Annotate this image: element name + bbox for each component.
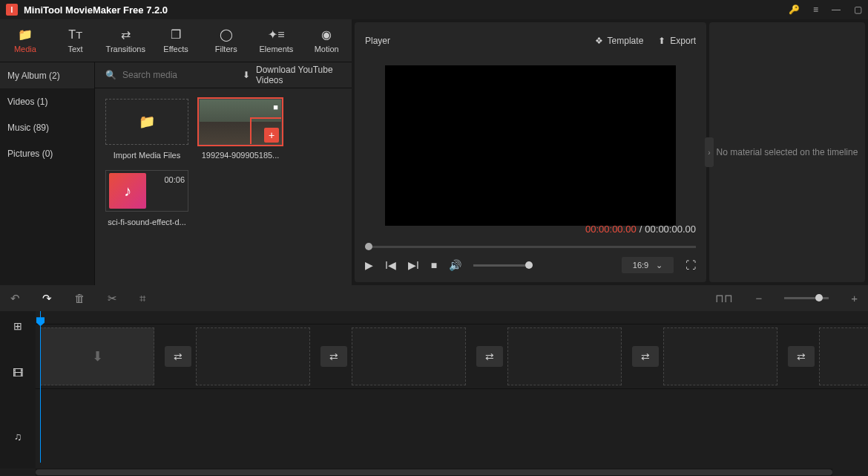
media-library-panel: 📁Media TᴛText ⇄Transitions ❐Effects ◯Fil… [0,19,352,285]
download-youtube-link[interactable]: ⬇ Download YouTube Videos [243,65,341,85]
time-total: 00:00:00.00 [645,224,696,235]
audio-track[interactable] [36,388,868,440]
audio-track-icon: ♫ [0,405,36,469]
tab-media[interactable]: 📁Media [0,19,50,62]
time-current: 00:00:00.00 [585,224,637,235]
tab-label: Filters [215,45,237,53]
media-item-label: 199294-909905185... [202,151,280,160]
fullscreen-icon[interactable]: ⛶ [685,259,696,271]
timeline-horizontal-scrollbar[interactable] [36,469,832,476]
zoom-out-button[interactable]: − [755,292,762,304]
maximize-icon[interactable]: ▢ [854,4,862,15]
tab-label: Effects [163,45,188,53]
tab-text[interactable]: TᴛText [50,19,101,62]
next-frame-button[interactable]: ▶I [408,259,419,271]
clip-slot[interactable] [196,327,310,385]
clip-slot[interactable] [507,327,622,385]
sidebar-item-music[interactable]: Music (89) [0,114,94,140]
minimize-icon[interactable]: — [832,4,841,15]
media-item-label: sci-fi-sound-effect-d... [108,218,186,226]
search-icon: 🔍 [105,70,116,80]
inspector-empty-message: No material selected on the timeline [711,147,864,157]
volume-slider[interactable] [473,264,533,267]
timeline-tracks[interactable]: ⬇ ⇄ ⇄ ⇄ ⇄ ⇄ [36,311,868,469]
inspector-panel: › No material selected on the timeline [709,22,865,282]
drop-here-icon: ⬇ [92,348,103,365]
export-icon: ⬆ [658,36,665,46]
clip-slot[interactable] [352,327,466,385]
tab-label: Media [14,45,36,53]
media-item-video[interactable]: ■ + 199294-909905185... [199,99,282,160]
template-icon: ❖ [595,36,603,46]
clip-slot[interactable] [663,327,777,385]
transitions-icon: ⇄ [121,27,131,42]
tab-elements[interactable]: ✦≡Elements [251,19,302,62]
add-track-button[interactable]: ⊞ [0,311,36,341]
transition-slot[interactable]: ⇄ [320,346,347,367]
add-to-timeline-button[interactable]: + [264,128,279,143]
tab-motion[interactable]: ◉Motion [301,19,352,62]
aspect-ratio-select[interactable]: 16:9⌄ [622,257,674,273]
tab-label: Transitions [106,45,145,53]
undo-button[interactable]: ↶ [10,292,20,305]
transition-slot[interactable]: ⇄ [632,346,659,367]
preview-viewport [365,53,696,237]
sidebar-item-videos[interactable]: Videos (1) [0,88,94,114]
time-separator: / [640,224,642,235]
export-button[interactable]: ⬆Export [658,36,696,46]
media-toolbar: 🔍 ⬇ Download YouTube Videos [95,62,352,88]
delete-button[interactable]: 🗑 [74,292,85,304]
video-track-icon: 🎞 [0,341,36,405]
zoom-slider[interactable] [784,297,829,299]
elements-icon: ✦≡ [268,27,284,42]
timeline-panel: ↶ ↷ 🗑 ✂ ⌗ ⊓⊓ − + ⊞ 🎞 ♫ ⬇ ⇄ ⇄ ⇄ ⇄ [0,285,868,476]
tab-filters[interactable]: ◯Filters [201,19,251,62]
panel-collapse-handle[interactable]: › [705,137,714,167]
crop-button[interactable]: ⌗ [139,292,145,305]
download-icon: ⬇ [243,70,250,80]
tab-label: Text [68,45,82,53]
stop-button[interactable]: ■ [431,259,437,271]
transition-slot[interactable]: ⇄ [476,346,503,367]
add-to-timeline-highlight: + [250,117,282,145]
tab-transitions[interactable]: ⇄Transitions [100,19,151,62]
play-button[interactable]: ▶ [365,259,373,271]
sidebar-item-my-album[interactable]: My Album (2) [0,62,94,88]
media-sidebar: My Album (2) Videos (1) Music (89) Pictu… [0,62,95,285]
redo-button[interactable]: ↷ [42,292,52,305]
zoom-in-button[interactable]: + [851,292,858,304]
timeline-toolbar: ↶ ↷ 🗑 ✂ ⌗ ⊓⊓ − + [0,285,868,311]
key-icon[interactable]: 🔑 [789,4,800,15]
transition-slot[interactable]: ⇄ [788,346,815,367]
zoom-handle[interactable] [815,294,823,301]
main-tabs: 📁Media TᴛText ⇄Transitions ❐Effects ◯Fil… [0,19,352,62]
timeline-gutter: ⊞ 🎞 ♫ [0,311,36,469]
music-note-icon: ♪ [109,173,146,209]
chevron-down-icon: ⌄ [656,261,662,270]
volume-icon[interactable]: 🔊 [449,259,461,271]
search-input[interactable] [122,70,234,80]
scrub-handle[interactable] [365,243,372,250]
video-track[interactable]: ⬇ ⇄ ⇄ ⇄ ⇄ ⇄ [36,325,868,388]
hamburger-menu-icon[interactable]: ≡ [813,4,818,15]
scrub-bar[interactable] [365,239,696,254]
import-media-card[interactable]: 📁 Import Media Files [105,99,188,160]
clip-slot[interactable]: ⬇ [40,327,154,385]
sidebar-item-pictures[interactable]: Pictures (0) [0,140,94,166]
filters-icon: ◯ [220,27,233,42]
timeline-ruler[interactable] [36,311,868,325]
prev-frame-button[interactable]: I◀ [385,259,396,271]
playhead[interactable] [40,311,41,463]
timeline-fit-icon[interactable]: ⊓⊓ [715,292,733,305]
split-button[interactable]: ✂ [108,292,117,305]
media-grid: 📁 Import Media Files ■ + 199294-90990518… [95,88,352,237]
tab-effects[interactable]: ❐Effects [151,19,201,62]
tab-label: Motion [315,45,339,53]
media-item-audio[interactable]: ♪ 00:06 sci-fi-sound-effect-d... [105,170,188,226]
clip-slot[interactable] [819,327,868,385]
scrollbar-thumb[interactable] [36,469,832,475]
volume-handle[interactable] [525,261,533,269]
folder-open-icon: 📁 [139,114,155,130]
template-button[interactable]: ❖Template [595,36,644,46]
transition-slot[interactable]: ⇄ [165,346,191,367]
